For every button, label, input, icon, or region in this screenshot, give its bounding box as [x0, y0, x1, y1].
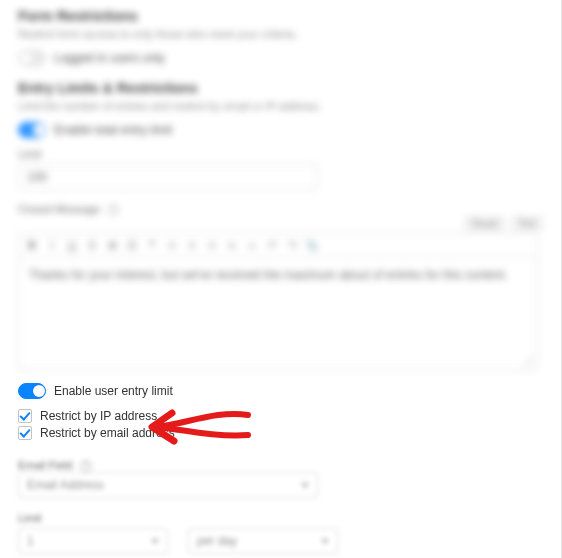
label-closed-message: Closed Message: [18, 203, 100, 215]
closed-message-text: Thanks for your interest, but we've rece…: [29, 268, 508, 282]
help-icon[interactable]: ?: [80, 460, 92, 472]
align-left-icon[interactable]: ≡: [165, 239, 179, 252]
user-limit-per: per day: [197, 534, 237, 548]
closed-message-textarea[interactable]: Thanks for your interest, but we've rece…: [19, 258, 537, 370]
undo-icon[interactable]: ↶: [265, 239, 279, 252]
select-user-limit-value[interactable]: 1: [18, 528, 168, 554]
input-total-limit[interactable]: [18, 164, 318, 190]
checkbox-restrict-email[interactable]: [18, 426, 32, 440]
section-desc-form-restrictions: Restrict form access to only those who m…: [18, 28, 543, 40]
editor-tab-text[interactable]: Text: [511, 216, 543, 231]
section-heading-form-restrictions: Form Restrictions: [18, 8, 543, 24]
link-icon[interactable]: ∞: [225, 239, 239, 252]
section-heading-entry-limits: Entry Limits & Restrictions: [18, 80, 543, 96]
editor-tab-visual[interactable]: Visual: [464, 216, 505, 231]
number-list-icon[interactable]: ☰: [125, 239, 139, 252]
label-email-field: Email Field: [18, 459, 72, 471]
chevron-down-icon: [151, 539, 159, 544]
redo-icon[interactable]: ↷: [285, 239, 299, 252]
toggle-label-total-entry-limit: Enable total entry limit: [54, 123, 172, 137]
closed-message-editor: B I U S ≣ ☰ ❝ ≡ ≡ ≡ ∞ ∝ ↶ ↷ 📎 Thanks for…: [18, 233, 538, 371]
select-email-field[interactable]: Email Address: [18, 472, 318, 498]
label-total-limit: Limit: [18, 148, 543, 160]
italic-icon[interactable]: I: [45, 239, 59, 252]
label-restrict-email: Restrict by email address: [40, 426, 175, 440]
bold-icon[interactable]: B: [25, 239, 39, 252]
checkbox-restrict-ip[interactable]: [18, 409, 32, 423]
section-desc-entry-limits: Limit the number of entries and restrict…: [18, 100, 543, 112]
toggle-label-logged-in: Logged in users only: [54, 51, 165, 65]
toggle-user-entry-limit[interactable]: [18, 383, 46, 399]
strike-icon[interactable]: S: [85, 239, 99, 252]
label-user-limit: Limit: [18, 512, 543, 524]
underline-icon[interactable]: U: [65, 239, 79, 252]
align-center-icon[interactable]: ≡: [185, 239, 199, 252]
bullet-list-icon[interactable]: ≣: [105, 239, 119, 252]
editor-toolbar: B I U S ≣ ☰ ❝ ≡ ≡ ≡ ∞ ∝ ↶ ↷ 📎: [19, 234, 537, 258]
toggle-total-entry-limit[interactable]: [18, 122, 46, 138]
chevron-down-icon: [301, 483, 309, 488]
resize-handle-icon[interactable]: [524, 357, 534, 367]
label-restrict-ip: Restrict by IP address: [40, 409, 157, 423]
paste-icon[interactable]: 📎: [305, 239, 319, 252]
quote-icon[interactable]: ❝: [145, 239, 159, 252]
help-icon[interactable]: ?: [107, 204, 119, 216]
blurred-lower-settings: Email Field ? Email Address Limit 1 per …: [18, 458, 543, 554]
toggle-logged-in-users[interactable]: [18, 50, 46, 66]
unlink-icon[interactable]: ∝: [245, 239, 259, 252]
align-right-icon[interactable]: ≡: [205, 239, 219, 252]
blurred-upper-settings: Form Restrictions Restrict form access t…: [18, 8, 543, 371]
toggle-label-user-entry-limit: Enable user entry limit: [54, 384, 173, 398]
user-limit-value: 1: [27, 534, 34, 548]
select-user-limit-per[interactable]: per day: [188, 528, 338, 554]
chevron-down-icon: [321, 539, 329, 544]
select-email-field-value: Email Address: [27, 478, 104, 492]
